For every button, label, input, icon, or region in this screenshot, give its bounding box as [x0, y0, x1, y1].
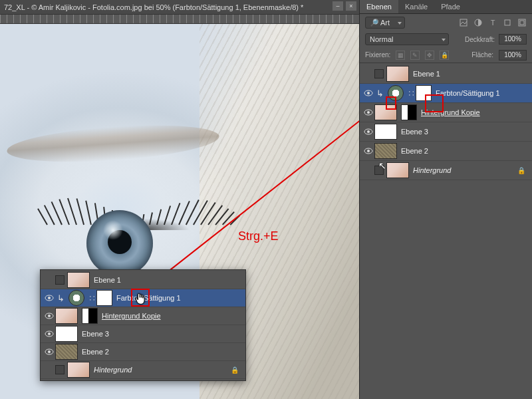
filter-kind-label: Art — [380, 19, 390, 27]
layer-row[interactable]: Ebene 3 — [360, 122, 532, 142]
layer-filter-bar: 🔎Art T — [360, 14, 532, 31]
link-mask-icon[interactable]: ⸬ — [406, 89, 416, 98]
visibility-toggle[interactable] — [43, 274, 55, 286]
layer-row[interactable]: Ebene 2 — [360, 142, 532, 161]
visibility-toggle[interactable] — [43, 346, 55, 358]
layer-checkbox[interactable] — [374, 69, 384, 78]
ruler-horizontal — [0, 15, 359, 24]
visibility-toggle[interactable] — [43, 310, 55, 322]
link-mask-icon[interactable]: ⸬ — [87, 294, 96, 303]
layer-name[interactable]: Hintergrund — [413, 166, 451, 174]
svg-point-20 — [48, 350, 51, 353]
close-doc-button[interactable]: × — [346, 1, 356, 11]
lock-all-icon[interactable]: 🔒 — [440, 51, 449, 60]
layer-thumb[interactable] — [55, 308, 78, 324]
adjustment-thumb[interactable] — [68, 290, 84, 306]
svg-point-16 — [48, 315, 51, 317]
filter-pixel-icon[interactable] — [459, 18, 468, 27]
visibility-toggle[interactable] — [362, 164, 374, 176]
lock-icon: 🔒 — [517, 167, 525, 174]
blend-row: Normal Deckkraft: 100% — [360, 31, 532, 47]
svg-point-14 — [48, 297, 51, 299]
layer-name[interactable]: Ebene 2 — [82, 348, 109, 356]
tab-channels[interactable]: Kanäle — [398, 0, 434, 13]
layer-thumb[interactable] — [374, 124, 397, 140]
visibility-toggle[interactable] — [43, 292, 55, 304]
document-window-controls: – × — [332, 1, 356, 11]
opacity-input[interactable]: 100% — [499, 34, 527, 45]
lock-pixels-icon[interactable]: ✎ — [410, 51, 420, 60]
svg-rect-4 — [520, 21, 524, 25]
visibility-toggle[interactable] — [43, 364, 55, 376]
svg-point-12 — [367, 150, 370, 152]
layer-checkbox[interactable] — [55, 275, 65, 285]
layer-row[interactable]: Hintergrund🔒 — [41, 361, 245, 379]
layer-thumb[interactable] — [55, 344, 78, 360]
layer-row[interactable]: Ebene 3 — [41, 325, 245, 343]
svg-point-18 — [48, 332, 51, 335]
visibility-toggle[interactable] — [362, 106, 374, 118]
image-content — [6, 120, 221, 168]
visibility-toggle[interactable] — [362, 68, 374, 80]
filter-icons: T — [459, 18, 527, 27]
layer-name[interactable]: Ebene 2 — [401, 147, 428, 155]
layer-name[interactable]: Hintergrund Kopie — [102, 312, 161, 320]
fill-label: Fläche: — [471, 51, 493, 59]
visibility-toggle[interactable] — [362, 126, 374, 138]
layer-mask-thumb[interactable] — [82, 308, 98, 324]
layer-checkbox[interactable] — [55, 365, 65, 374]
filter-smart-icon[interactable] — [517, 18, 527, 27]
filter-type-icon[interactable]: T — [488, 18, 497, 27]
callout-layers-list: Ebene 1↳⸬Farbton/Sättigung 1Hintergrund … — [41, 270, 245, 380]
filter-shape-icon[interactable] — [503, 18, 512, 27]
layer-thumb[interactable] — [67, 362, 90, 378]
lock-position-icon[interactable]: ✥ — [425, 51, 434, 60]
cursor-icon — [134, 292, 148, 307]
layer-thumb[interactable] — [386, 66, 409, 82]
layer-mask-thumb[interactable] — [96, 290, 112, 306]
layer-thumb[interactable] — [386, 162, 409, 178]
opacity-label: Deckkraft: — [465, 36, 495, 43]
annotation-text: Strg.+E — [238, 229, 279, 243]
cursor-arrow-icon: ↖ — [378, 160, 386, 171]
fill-input[interactable]: 100% — [499, 50, 527, 61]
layer-name[interactable]: Ebene 1 — [413, 70, 440, 78]
blend-mode-dropdown[interactable]: Normal — [365, 33, 449, 45]
lock-label: Fixieren: — [365, 51, 390, 59]
layer-row[interactable]: Hintergrund Kopie — [41, 307, 245, 325]
visibility-toggle[interactable] — [362, 145, 374, 157]
layer-name[interactable]: Ebene 1 — [94, 276, 121, 284]
layer-mask-thumb[interactable] — [401, 104, 417, 120]
annotation-highlight — [386, 96, 396, 110]
layer-thumb[interactable] — [55, 326, 78, 342]
annotation-highlight — [425, 94, 444, 112]
visibility-toggle[interactable] — [362, 87, 374, 99]
tab-layers[interactable]: Ebenen — [360, 0, 398, 13]
clip-indicator-icon: ↳ — [55, 293, 66, 303]
layer-row[interactable]: Ebene 2 — [41, 343, 245, 361]
panel-tabs: Ebenen Kanäle Pfade — [360, 0, 532, 14]
blend-mode-value: Normal — [370, 35, 393, 43]
lock-icon: 🔒 — [231, 366, 239, 374]
layer-name[interactable]: Ebene 3 — [82, 330, 109, 338]
layer-name[interactable]: Farbton/Sättigung 1 — [436, 89, 500, 97]
minimize-button[interactable]: – — [332, 1, 343, 11]
tab-paths[interactable]: Pfade — [434, 0, 467, 13]
lock-transparency-icon[interactable]: ▦ — [396, 51, 405, 60]
lock-row: Fixieren: ▦ ✎ ✥ 🔒 Fläche: 100% — [360, 47, 532, 63]
filter-adjustment-icon[interactable] — [473, 18, 483, 27]
svg-point-6 — [367, 92, 370, 94]
image-content — [103, 220, 123, 240]
svg-point-10 — [367, 130, 370, 133]
clip-indicator-icon: ↳ — [374, 88, 385, 98]
filter-kind-dropdown[interactable]: 🔎Art — [365, 17, 405, 29]
layer-row[interactable]: Ebene 1 — [360, 65, 532, 84]
layer-thumb[interactable] — [374, 143, 397, 159]
layer-name[interactable]: Hintergrund — [94, 366, 132, 374]
layer-name[interactable]: Ebene 3 — [401, 128, 428, 136]
visibility-toggle[interactable] — [43, 328, 55, 340]
layers-panel: Ebenen Kanäle Pfade 🔎Art T Normal Deckkr… — [359, 0, 532, 399]
layer-thumb[interactable] — [67, 272, 90, 288]
callout-panel: Ebene 1↳⸬Farbton/Sättigung 1Hintergrund … — [40, 269, 246, 381]
layer-row[interactable]: Ebene 1 — [41, 271, 245, 289]
